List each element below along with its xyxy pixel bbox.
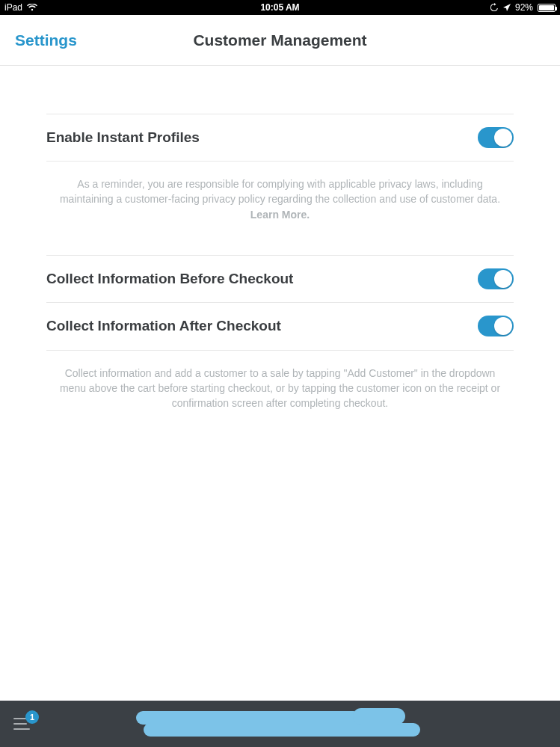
collect-helper: Collect information and add a customer t… [46,351,514,411]
label-after-checkout: Collect Information After Checkout [46,318,281,334]
battery-percent: 92% [515,2,533,13]
status-right: 92% [490,2,556,13]
battery-icon [538,4,556,12]
learn-more-link[interactable]: Learn More. [250,209,310,221]
row-after-checkout: Collect Information After Checkout [46,303,514,351]
redacted-area [136,708,428,740]
section-collect: Collect Information Before Checkout Coll… [46,255,514,351]
label-before-checkout: Collect Information Before Checkout [46,271,293,287]
wifi-icon [27,4,37,11]
menu-badge: 1 [25,710,39,724]
bottom-bar: 1 [0,701,560,747]
status-left: iPad [4,2,37,13]
toggle-before-checkout[interactable] [478,268,514,289]
privacy-helper: As a reminder, you are responsible for c… [46,162,514,255]
collect-helper-text: Collect information and add a customer t… [60,367,500,410]
toggle-after-checkout[interactable] [478,316,514,336]
device-label: iPad [4,2,22,13]
location-icon [503,4,511,11]
toggle-instant-profiles[interactable] [478,127,514,148]
content: Enable Instant Profiles As a reminder, y… [0,66,560,411]
nav-header: Settings Customer Management [0,15,560,66]
row-before-checkout: Collect Information Before Checkout [46,255,514,303]
status-bar: iPad 10:05 AM 92% [0,0,560,15]
privacy-helper-text: As a reminder, you are responsible for c… [60,178,500,205]
row-instant-profiles: Enable Instant Profiles [46,114,514,162]
menu-icon[interactable]: 1 [13,718,31,730]
status-time: 10:05 AM [0,2,560,13]
back-button[interactable]: Settings [0,31,77,49]
rotation-lock-icon [490,3,499,12]
page-title: Customer Management [0,31,560,49]
label-instant-profiles: Enable Instant Profiles [46,129,200,146]
